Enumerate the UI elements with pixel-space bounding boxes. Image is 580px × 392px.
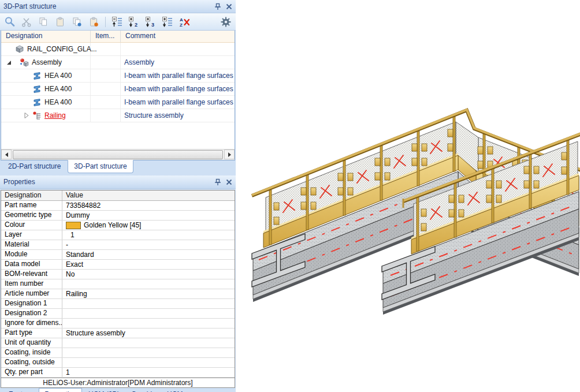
copy-with-parts-button[interactable] — [70, 16, 83, 28]
3d-viewport[interactable] — [236, 0, 580, 392]
prop-row-coating-inside[interactable]: Coating, inside — [1, 348, 235, 358]
prop-row-data-model[interactable]: Data modelExact — [1, 260, 235, 270]
tree-horizontal-scrollbar[interactable] — [1, 149, 235, 160]
prop-row-item-number[interactable]: Item number — [1, 279, 235, 289]
copy-parts-icon — [72, 17, 82, 27]
part-comment: I-beam with parallel flange surfaces — [121, 98, 235, 106]
prop-row-designation-2[interactable]: Designation 2 — [1, 309, 235, 319]
paste-button[interactable] — [54, 16, 66, 28]
prop-row-material[interactable]: Material- — [1, 240, 235, 250]
cut-button[interactable] — [20, 16, 33, 28]
structure-tab-bar: 2D-Part structure 3D-Part structure — [0, 160, 236, 176]
svg-text:A: A — [180, 17, 183, 23]
expand-level2-button[interactable]: 2 — [128, 16, 140, 28]
properties-header: Designation Value — [1, 191, 235, 201]
part-structure-titlebar: 3D-Part structure — [0, 0, 236, 13]
panel-title: 3D-Part structure — [3, 2, 214, 10]
col-designation[interactable]: Designation — [1, 31, 91, 42]
pin-icon[interactable] — [214, 3, 221, 10]
expanded-arrow-icon — [5, 58, 13, 67]
prop-row-bom-relevant[interactable]: BOM-relevantNo — [1, 270, 235, 279]
config-box-icon — [15, 44, 24, 54]
tab-properties[interactable]: Properties — [39, 388, 82, 392]
tree-row-hea[interactable]: HEA 400 I-beam with parallel flange surf… — [1, 83, 235, 96]
settings-button[interactable] — [220, 16, 232, 28]
part-structure-panel: 3D-Part structure 2 3 AZ — [0, 0, 236, 176]
i-beam-icon — [32, 98, 42, 107]
search-button[interactable] — [3, 16, 16, 28]
railing-model-rendering — [236, 0, 580, 392]
part-structure-toolbar: 2 3 AZ — [0, 13, 236, 31]
i-beam-icon — [32, 84, 42, 94]
tab-2d-part-structure[interactable]: 2D-Part structure — [2, 160, 66, 173]
part-comment: Structure assembly — [121, 111, 235, 120]
scrollbar-thumb[interactable] — [13, 150, 223, 159]
tree-row-config[interactable]: RAIL_CONFIG_GLA... — [1, 43, 235, 56]
scroll-right-icon[interactable] — [224, 150, 235, 159]
part-comment: I-beam with parallel flange surfaces — [121, 72, 235, 80]
collapse-all-button[interactable] — [111, 16, 124, 28]
col-item[interactable]: Item... — [91, 31, 121, 42]
prop-row-part-type[interactable]: Part typeStructure assembly — [1, 328, 235, 338]
part-comment: I-beam with parallel flange surfaces — [121, 85, 235, 93]
prop-row-part-name[interactable]: Part name733584882 — [1, 201, 235, 211]
sort-off-button[interactable]: AZ — [178, 16, 191, 28]
close-icon[interactable] — [226, 3, 232, 10]
tree-header[interactable]: Designation Item... Comment — [1, 31, 235, 43]
tree-row-hea[interactable]: HEA 400 I-beam with parallel flange surf… — [1, 96, 235, 109]
paste-parts-icon — [88, 17, 99, 27]
col-value: Value — [62, 191, 235, 200]
tab-hcm[interactable]: HCM — [162, 389, 188, 392]
svg-text:Z: Z — [180, 23, 183, 28]
tab-3d-part-structure[interactable]: 3D-Part structure — [68, 160, 133, 173]
prop-row-article-number[interactable]: Article numberRailing — [1, 289, 235, 299]
prop-row-designation-1[interactable]: Designation 1 — [1, 299, 235, 309]
prop-row-coating-outside[interactable]: Coating, outside — [1, 358, 235, 368]
scissors-icon — [21, 17, 32, 27]
tab-feature[interactable]: Feature — [3, 389, 38, 392]
prop-row-layer[interactable]: Layer1 — [1, 230, 235, 240]
expand-level3-icon: 3 — [145, 16, 157, 28]
colour-swatch — [66, 222, 81, 229]
part-label: Assembly — [32, 58, 62, 66]
part-label: RAIL_CONFIG_GLA... — [27, 45, 97, 53]
prop-row-colour[interactable]: ColourGolden Yellow [45] — [1, 221, 235, 230]
railing-assembly — [252, 110, 580, 315]
prop-row-module[interactable]: ModuleStandard — [1, 250, 235, 260]
prop-row-ignore-dimension[interactable]: Ignore for dimens... — [1, 319, 235, 328]
tree-row-assembly[interactable]: Assembly Assembly — [1, 56, 235, 69]
col-designation: Designation — [1, 191, 62, 200]
col-comment[interactable]: Comment — [121, 31, 235, 42]
pin-icon[interactable] — [214, 178, 221, 186]
expand-level3-button[interactable]: 3 — [144, 16, 157, 28]
part-structure-tree: Designation Item... Comment RAIL_CONFIG_… — [1, 31, 235, 160]
part-label: HEA 400 — [44, 72, 72, 80]
expand-level2-icon: 2 — [128, 16, 140, 28]
hicad-window: 3D-Part structure 2 3 AZ — [0, 0, 580, 392]
railing-part-icon — [32, 111, 42, 120]
prop-row-qty-per-part[interactable]: Qty. per part1 — [1, 368, 235, 378]
paste-icon — [55, 17, 65, 27]
part-label: HEA 400 — [44, 98, 72, 106]
part-comment: Assembly — [121, 58, 235, 66]
gear-icon — [221, 17, 231, 27]
properties-panel: Properties Designation Value Part name73… — [0, 176, 236, 388]
expand-all-button[interactable] — [161, 16, 174, 28]
tab-hcm-2d[interactable]: HCM (2D) — [83, 389, 125, 392]
part-label: Railing — [44, 111, 66, 120]
scroll-left-icon[interactable] — [1, 150, 12, 159]
tree-row-railing[interactable]: Railing Structure assembly — [1, 109, 235, 122]
tab-graphic[interactable]: Graphic — [126, 389, 161, 392]
tree-row-hea[interactable]: HEA 400 I-beam with parallel flange surf… — [1, 69, 235, 83]
tree-empty-area — [1, 122, 235, 149]
prop-row-geometric-type[interactable]: Geometric typeDummy — [1, 211, 235, 221]
prop-row-unit-of-quantity[interactable]: Unit of quantity — [1, 338, 235, 348]
expand-all-icon — [162, 16, 173, 28]
paste-with-parts-button[interactable] — [87, 16, 100, 28]
close-icon[interactable] — [226, 179, 232, 185]
part-label: HEA 400 — [44, 85, 72, 93]
helios-user-status: HELiOS-User:Administrator[PDM Administra… — [1, 378, 235, 387]
assembly-icon — [20, 58, 29, 67]
copy-button[interactable] — [37, 16, 50, 28]
sort-az-off-icon: AZ — [179, 16, 190, 28]
